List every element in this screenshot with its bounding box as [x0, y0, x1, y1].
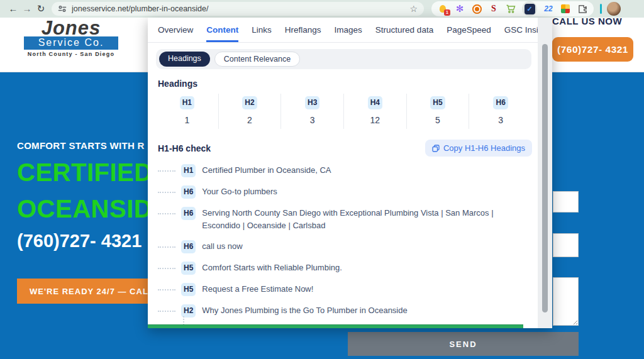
- heading-text: Your Go-to plumbers: [202, 185, 535, 198]
- grid-extension-icon[interactable]: [560, 3, 571, 14]
- heading-count-h3: H33: [281, 94, 344, 129]
- heading-count-value: 12: [344, 115, 406, 125]
- h1-h6-check-title: H1-H6 check: [158, 143, 211, 153]
- tree-dotted-line: [158, 289, 175, 290]
- seo-extension-panel: OverviewContentLinksHreflangsImagesStruc…: [148, 18, 552, 328]
- hero-section: COMFORT STARTS WITH R CERTIFIED OCEANSID…: [0, 72, 148, 359]
- profile-avatar[interactable]: [607, 2, 621, 16]
- heading-tag-badge: H6: [181, 240, 196, 253]
- heading-row-h5: H5Request a Free Estimate Now!: [158, 283, 535, 296]
- tree-dotted-line: [158, 268, 175, 269]
- call-us-now-label: CALL US NOW: [552, 16, 622, 26]
- heading-counts-table: H11H22H33H412H55H63: [156, 94, 532, 129]
- heading-tag-badge: H5: [181, 262, 196, 275]
- heading-tag-badge: H1: [180, 96, 194, 109]
- heading-row-h1: H1Certified Plumber in Oceanside, CA: [158, 164, 535, 177]
- heading-tag-badge: H4: [368, 96, 382, 109]
- screen: ← → ↻ jonesservice.net/plumber-in-oceans…: [0, 0, 644, 359]
- heading-tag-badge: H6: [181, 207, 196, 220]
- forward-icon[interactable]: →: [20, 0, 34, 18]
- tab-images[interactable]: Images: [335, 18, 362, 42]
- heading-text: call us now: [202, 240, 535, 253]
- reload-icon[interactable]: ↻: [34, 0, 48, 18]
- form-input-name[interactable]: [553, 191, 579, 213]
- heading-row-h2: H2Why Jones Plumbing is the Go To Plumbe…: [158, 304, 535, 318]
- flower-extension-icon[interactable]: ✻: [454, 3, 465, 14]
- tab-overview[interactable]: Overview: [158, 18, 193, 42]
- scrollbar-thumb[interactable]: [542, 44, 548, 312]
- heading-row-h6: H6call us now: [158, 240, 535, 253]
- heading-count-value: 5: [407, 115, 469, 125]
- heading-text: Request a Free Estimate Now!: [202, 283, 535, 295]
- heading-count-value: 3: [281, 115, 343, 125]
- address-bar[interactable]: jonesservice.net/plumber-in-oceanside/ ☆: [52, 2, 424, 16]
- hero-title-line2: OCEANSIDE: [17, 195, 148, 223]
- heading-tag-badge: H5: [181, 283, 196, 296]
- lightbulb-extension-icon[interactable]: 1: [437, 3, 448, 14]
- tree-dotted-line: [158, 246, 175, 248]
- logo-wordmark: Jones: [24, 19, 118, 38]
- heading-count-value: 1: [156, 115, 218, 125]
- heading-tag-badge: H2: [181, 304, 196, 318]
- copy-icon: [432, 145, 440, 152]
- heading-count-h6: H63: [469, 94, 532, 129]
- heading-row-h6: H6Serving North County San Diego with Ex…: [158, 207, 535, 232]
- tab-hreflangs[interactable]: Hreflangs: [285, 18, 321, 42]
- tab-indicator-bar: [600, 4, 602, 14]
- tree-dotted-line: [158, 170, 175, 172]
- browser-toolbar: ← → ↻ jonesservice.net/plumber-in-oceans…: [0, 0, 644, 18]
- copy-headings-label: Copy H1-H6 Headings: [443, 143, 525, 153]
- cart-extension-icon[interactable]: [505, 3, 516, 14]
- headings-section-title: Headings: [158, 79, 552, 89]
- copy-headings-button[interactable]: Copy H1-H6 Headings: [425, 140, 532, 157]
- back-icon[interactable]: ←: [6, 0, 20, 18]
- panel-tab-bar: OverviewContentLinksHreflangsImagesStruc…: [148, 18, 552, 43]
- extension-badge: 1: [444, 9, 450, 16]
- puzzle-extensions-icon[interactable]: [577, 3, 588, 14]
- tab-content[interactable]: Content: [206, 18, 238, 42]
- h1-h6-check-row: H1-H6 check Copy H1-H6 Headings: [158, 140, 532, 157]
- heading-tag-badge: H6: [493, 96, 508, 109]
- heading-tag-badge: H1: [181, 164, 196, 177]
- ring-glyph: [472, 4, 482, 14]
- tree-dotted-line: [158, 213, 175, 214]
- scribble-extension-icon[interactable]: 22: [543, 3, 554, 14]
- tab-pagespeed[interactable]: PageSpeed: [447, 18, 491, 42]
- filter-pill-headings[interactable]: Headings: [159, 52, 210, 67]
- heading-text: Why Jones Plumbing is the Go To Plumber …: [202, 304, 535, 317]
- heading-count-value: 2: [219, 115, 281, 125]
- ready-24-7-banner[interactable]: WE'RE READY 24/7 — CALL NO: [17, 279, 148, 304]
- heading-count-h2: H22: [219, 94, 282, 129]
- grid-glyph: [561, 4, 570, 13]
- orange-ring-extension-icon[interactable]: [471, 3, 482, 14]
- tab-links[interactable]: Links: [252, 18, 272, 42]
- heading-text: Serving North County San Diego with Exce…: [202, 207, 535, 232]
- hero-kicker: COMFORT STARTS WITH R: [17, 140, 145, 151]
- header-phone-button[interactable]: (760)727- 4321: [552, 37, 633, 62]
- heading-tag-badge: H2: [242, 96, 257, 109]
- bookmark-star-icon[interactable]: ☆: [409, 4, 418, 14]
- progress-bar: [148, 324, 523, 328]
- checkmark-extension-icon[interactable]: ✓: [525, 4, 535, 14]
- site-logo[interactable]: Jones Service Co. North County - San Die…: [24, 19, 118, 57]
- seo-extension-icon[interactable]: S: [488, 3, 499, 14]
- heading-count-h4: H412: [344, 94, 407, 129]
- headings-tree-list: H1Certified Plumber in Oceanside, CAH6Yo…: [158, 164, 535, 328]
- filter-pill-content-relevance[interactable]: Content Relevance: [214, 52, 300, 67]
- textarea-resize-handle[interactable]: [572, 319, 577, 324]
- tab-structured-data[interactable]: Structured data: [375, 18, 433, 42]
- heading-text: Certified Plumber in Oceanside, CA: [202, 164, 535, 177]
- tree-dotted-line: [158, 192, 175, 193]
- heading-tag-badge: H6: [181, 185, 196, 199]
- extensions-pill: 1 ✻ S ✓ 22: [431, 1, 594, 16]
- send-button[interactable]: SEND: [348, 332, 579, 356]
- heading-row-h5: H5Comfort Starts with Reliable Plumbing.: [158, 262, 535, 275]
- heading-tag-badge: H5: [430, 96, 445, 109]
- panel-scrollbar[interactable]: [538, 18, 552, 328]
- heading-count-h5: H55: [407, 94, 470, 129]
- form-input-email[interactable]: [553, 233, 579, 257]
- heading-count-value: 3: [469, 115, 532, 125]
- form-message-textarea[interactable]: [553, 277, 579, 326]
- site-settings-icon[interactable]: [58, 4, 67, 13]
- heading-text: Comfort Starts with Reliable Plumbing.: [202, 262, 535, 274]
